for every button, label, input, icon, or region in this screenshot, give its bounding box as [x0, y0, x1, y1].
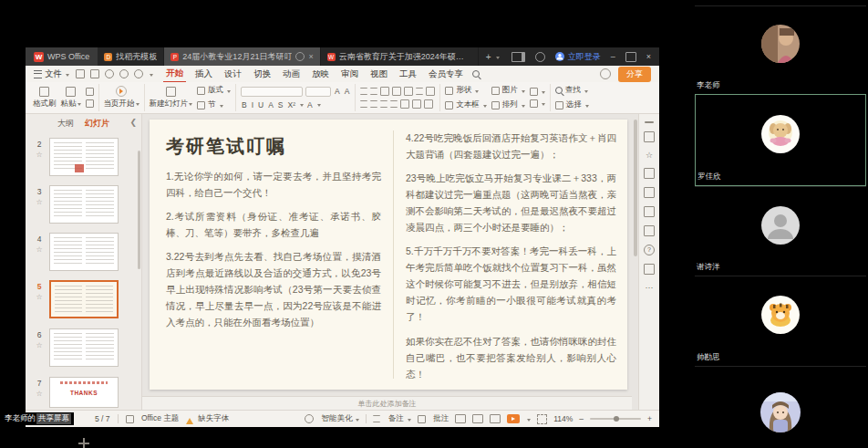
font-size-combobox[interactable]	[305, 87, 331, 97]
decrease-font-icon[interactable]: A	[344, 87, 351, 96]
menu-tab-member[interactable]: 会员专享	[426, 66, 466, 82]
find-button[interactable]: 查找	[555, 85, 589, 96]
feedback-smiley-icon[interactable]	[600, 68, 611, 79]
tab-notice-document[interactable]: W 云南省教育厅关于加强2024年硕士研	[321, 47, 479, 66]
font-color-button[interactable]: A	[306, 100, 314, 109]
select-button[interactable]: 选择	[555, 99, 589, 110]
favorites-star-icon[interactable]: ☆	[646, 151, 653, 160]
line-spacing-icon[interactable]	[416, 88, 423, 95]
participant-tile[interactable]	[695, 366, 866, 448]
layout-tools-icon[interactable]	[644, 225, 655, 236]
panel-scrollbar[interactable]	[138, 151, 140, 269]
print-icon[interactable]	[90, 69, 99, 78]
shadow-button[interactable]: A	[267, 100, 274, 109]
comments-button[interactable]: 批注	[418, 413, 449, 424]
indent-decrease-icon[interactable]	[380, 87, 389, 96]
slide-thumbnail[interactable]	[49, 138, 119, 176]
settings-gear-icon[interactable]	[535, 52, 545, 62]
bold-button[interactable]: B	[241, 100, 248, 109]
smart-beautify-button[interactable]: 智能美化	[305, 413, 359, 424]
slideshow-play-button[interactable]	[507, 414, 520, 423]
slide-thumbnail[interactable]	[49, 328, 119, 367]
paragraph-settings-icon[interactable]	[424, 99, 433, 109]
menu-tab-transition[interactable]: 切换	[251, 66, 274, 82]
new-slide-button[interactable]: 新建幻灯片	[150, 87, 193, 109]
reading-view-icon[interactable]	[490, 414, 501, 423]
close-window-icon[interactable]: ×	[646, 52, 651, 61]
superscript-button[interactable]: X²	[287, 100, 297, 109]
zoom-slider[interactable]	[590, 418, 641, 420]
wps-home-tab[interactable]: W WPS Office	[26, 47, 98, 66]
tab-active-presentation[interactable]: P 24届小教专业12月21日考研叮 ×	[164, 47, 320, 66]
close-tab-icon[interactable]: ×	[308, 52, 313, 61]
align-right-icon[interactable]	[380, 100, 388, 108]
collapse-strip-icon[interactable]	[645, 121, 654, 123]
current-slide[interactable]: 考研笔试叮嘱 1.无论你学的如何，请一定要去考，并且坚持考完四科，给自己一个交代…	[150, 120, 627, 390]
tab-outline[interactable]: 大纲	[57, 118, 74, 130]
properties-icon[interactable]	[644, 131, 655, 142]
slide-thumbnail[interactable]	[49, 233, 119, 271]
notes-placeholder[interactable]: 单击此处添加备注	[142, 396, 632, 410]
participant-tile[interactable]: 谢诗洋	[695, 186, 866, 276]
align-left-icon[interactable]	[360, 100, 367, 108]
save-icon[interactable]	[76, 69, 85, 78]
chevron-down-icon[interactable]	[527, 419, 531, 423]
new-tab-button[interactable]: +	[479, 47, 507, 66]
add-slide-button[interactable]	[78, 438, 89, 448]
text-direction-icon[interactable]	[404, 87, 413, 96]
search-icon[interactable]	[472, 70, 480, 78]
restore-icon[interactable]	[625, 52, 636, 62]
notes-button[interactable]: 备注	[373, 413, 410, 424]
paste-button[interactable]: 粘贴	[61, 87, 81, 109]
arrange-button[interactable]: 排列	[491, 99, 525, 110]
smart-typeset-icon[interactable]	[426, 87, 435, 96]
menu-tab-insert[interactable]: 插入	[192, 66, 215, 82]
undo-icon[interactable]	[119, 69, 129, 78]
numbered-list-icon[interactable]	[370, 88, 377, 95]
resources-icon[interactable]	[644, 264, 655, 275]
strikethrough-button[interactable]: S	[277, 100, 284, 109]
normal-view-icon[interactable]	[455, 414, 466, 423]
image-tools-icon[interactable]	[644, 187, 655, 198]
menu-tab-slideshow[interactable]: 放映	[309, 66, 332, 82]
design-tools-icon[interactable]	[644, 206, 655, 217]
collapse-panel-icon[interactable]: ❮	[129, 118, 137, 127]
slide-thumbnail[interactable]	[49, 185, 119, 224]
zoom-level[interactable]: 114%	[553, 414, 573, 423]
preview-icon[interactable]	[105, 69, 114, 78]
tab-slides[interactable]: 幻灯片	[85, 118, 109, 130]
theme-button[interactable]: Office 主题	[126, 413, 180, 424]
font-name-combobox[interactable]	[241, 87, 303, 97]
wordart-button[interactable]	[530, 88, 545, 96]
slide-sorter-view-icon[interactable]	[472, 414, 483, 423]
zoom-out-icon[interactable]: –	[579, 414, 584, 423]
copy-icon[interactable]	[86, 99, 94, 108]
cut-scissors-icon[interactable]	[86, 88, 94, 96]
italic-button[interactable]: I	[251, 100, 254, 109]
login-button[interactable]: 立即登录	[555, 51, 601, 63]
more-icon[interactable]: ···	[646, 283, 654, 292]
list-level-icon[interactable]	[412, 99, 421, 109]
picture-button[interactable]: 图片	[491, 85, 525, 96]
menu-tab-view[interactable]: 视图	[367, 66, 390, 82]
participant-tile[interactable]: 帅勘思	[695, 276, 866, 366]
minimize-icon[interactable]: –	[611, 52, 615, 61]
zoom-slider-knob[interactable]	[614, 416, 619, 422]
play-from-current-button[interactable]: 当页开始	[104, 86, 140, 109]
menu-tab-design[interactable]: 设计	[222, 66, 244, 82]
indent-increase-icon[interactable]	[392, 87, 401, 96]
file-menu[interactable]: 文件	[34, 68, 69, 80]
tab-docer-template[interactable]: D 找稻壳模板	[98, 47, 164, 66]
zoom-in-icon[interactable]: +	[647, 414, 652, 423]
menu-tab-home[interactable]: 开始	[163, 65, 186, 83]
align-center-icon[interactable]	[370, 100, 377, 108]
fit-window-icon[interactable]	[537, 414, 547, 424]
help-icon[interactable]: ?	[644, 245, 655, 255]
bullet-list-icon[interactable]	[360, 88, 367, 95]
menu-tab-review[interactable]: 审阅	[338, 66, 361, 82]
layout-button[interactable]: 版式	[197, 85, 231, 96]
placeholder-button[interactable]	[530, 99, 545, 108]
participant-tile[interactable]: 李老师	[695, 5, 866, 94]
columns-icon[interactable]	[400, 99, 409, 109]
shapes-button[interactable]: 形状	[445, 85, 487, 96]
